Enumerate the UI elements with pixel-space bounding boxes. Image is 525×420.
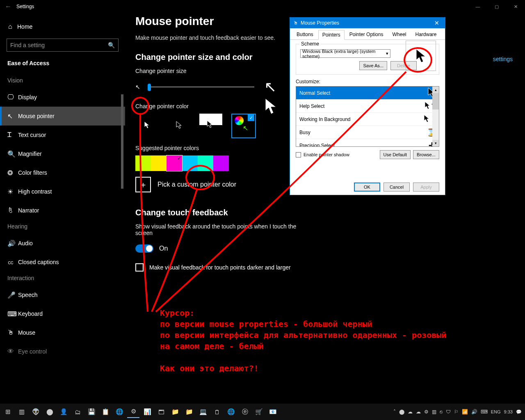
scrollbar-thumb[interactable] xyxy=(432,93,439,110)
enable-shadow-checkbox[interactable]: Enable pointer shadow xyxy=(296,152,349,158)
taskbar-icon[interactable]: 💻 xyxy=(197,406,209,418)
color-white-tile[interactable] xyxy=(135,114,158,137)
color-black-tile[interactable] xyxy=(167,114,190,137)
tray-icon[interactable]: ⚐ xyxy=(454,409,459,415)
pick-custom-button[interactable]: ＋ xyxy=(135,177,151,192)
sidebar-item-closed-captions[interactable]: ㏄Closed captions xyxy=(0,253,125,272)
save-as-button[interactable]: Save As... xyxy=(359,61,387,70)
sidebar-item-magnifier[interactable]: 🔍Magnifier xyxy=(0,144,125,163)
taskbar-icon[interactable]: 📁 xyxy=(183,406,195,418)
tray-language[interactable]: ENG xyxy=(491,409,501,414)
listbox-scrollbar[interactable]: ▴ ▾ xyxy=(432,87,439,146)
tray-icon[interactable]: 📶 xyxy=(462,409,468,415)
dialog-tab[interactable]: Pointers xyxy=(318,30,345,40)
dialog-titlebar[interactable]: 🖱 Mouse Properties ✕ xyxy=(290,18,445,28)
notifications-icon[interactable]: 💬 xyxy=(516,409,522,415)
suggested-color-swatch[interactable] xyxy=(167,155,182,171)
cursor-list-item[interactable]: Help Select? xyxy=(296,100,439,113)
scroll-up-icon[interactable]: ▴ xyxy=(432,87,439,93)
cursor-listbox[interactable]: Normal SelectHelp Select?Working In Back… xyxy=(296,86,439,147)
sidebar-item-speech[interactable]: 🎤Speech xyxy=(0,285,125,304)
tray-icon[interactable]: ⌨ xyxy=(481,409,488,415)
cursor-list-item[interactable]: Busy⌛ xyxy=(296,126,439,139)
cursor-list-item[interactable]: Precision Select✛ xyxy=(296,139,439,147)
sidebar-item-keyboard[interactable]: ⌨Keyboard xyxy=(0,304,125,323)
toggle-switch[interactable] xyxy=(135,244,153,253)
dialog-tab[interactable]: Buttons xyxy=(292,30,317,39)
tray-icon[interactable]: 🔊 xyxy=(471,409,477,415)
ok-button[interactable]: OK xyxy=(354,183,380,192)
tray-icon[interactable]: ☁ xyxy=(408,409,413,415)
tray-clock[interactable]: 9:33 xyxy=(504,409,513,414)
tray-icon[interactable]: ⬤ xyxy=(399,409,404,415)
window-max-button[interactable]: ▢ xyxy=(487,0,506,13)
taskbar[interactable]: ⊞ ▥ 👽 ⬤ 👤 🗂 💾 📋 🌐 ⚙ 📊 🗔 📁 📁 💻 🗒 🌐 ⓔ 🛒 📧 … xyxy=(0,404,525,420)
window-close-button[interactable]: ✕ xyxy=(506,0,525,13)
checkbox[interactable] xyxy=(296,152,301,158)
tray-icon[interactable]: 🛡 xyxy=(446,409,451,415)
back-icon[interactable]: ← xyxy=(5,3,16,10)
taskbar-icon[interactable]: 👤 xyxy=(57,406,70,418)
taskbar-settings-icon[interactable]: ⚙ xyxy=(127,406,139,418)
sidebar-item-eye-control[interactable]: 👁Eye control xyxy=(0,342,125,361)
taskbar-icon[interactable]: 🗒 xyxy=(211,406,223,418)
dialog-tab[interactable]: Pointer Options xyxy=(345,30,388,39)
taskbar-icon[interactable]: 🛒 xyxy=(253,406,265,418)
color-custom-tile[interactable]: ↖ ✓ xyxy=(231,114,256,138)
related-settings-link[interactable]: settings xyxy=(493,56,513,62)
tray-icon[interactable]: ˄ xyxy=(393,409,396,415)
taskbar-icon[interactable]: 💾 xyxy=(85,406,98,418)
sidebar-item-mouse[interactable]: 🖱Mouse xyxy=(0,323,125,342)
use-default-button[interactable]: Use Default xyxy=(380,150,411,159)
suggested-color-swatch[interactable] xyxy=(213,155,229,171)
taskbar-icon[interactable]: 🌐 xyxy=(225,406,237,418)
browse-button[interactable]: Browse... xyxy=(413,150,439,159)
tray-icon[interactable]: ⚙ xyxy=(424,409,429,415)
home-link[interactable]: ⌂ Home xyxy=(0,20,125,37)
taskbar-icon[interactable]: 🗂 xyxy=(71,406,84,418)
sidebar-item-mouse-pointer[interactable]: ↖Mouse pointer xyxy=(0,107,125,126)
taskbar-icon[interactable]: ▥ xyxy=(16,406,28,418)
taskbar-icon[interactable]: 👽 xyxy=(30,406,42,418)
sidebar-item-narrator[interactable]: 🖁Narrator xyxy=(0,201,125,220)
checkbox[interactable] xyxy=(135,263,144,272)
darker-larger-checkbox-row[interactable]: Make visual feedback for touch points da… xyxy=(135,263,517,272)
sidebar-item-label: Narrator xyxy=(18,207,39,214)
search-input[interactable]: Find a setting 🔍 xyxy=(7,39,119,52)
suggested-color-swatch[interactable] xyxy=(198,155,213,171)
dialog-tab[interactable]: Hardware xyxy=(411,30,441,39)
sidebar-item-audio[interactable]: 🔊Audio xyxy=(0,234,125,253)
sidebar-item-text-cursor[interactable]: ᏆText cursor xyxy=(0,126,125,144)
taskbar-icon[interactable]: 📁 xyxy=(169,406,181,418)
suggested-color-swatch[interactable] xyxy=(135,155,151,171)
tray-icon[interactable]: ⎋ xyxy=(440,409,443,415)
sidebar-scrollbar[interactable] xyxy=(121,94,123,189)
taskbar-icon[interactable]: ⬤ xyxy=(43,406,56,418)
scheme-combobox[interactable]: Windows Black (extra large) (system sche… xyxy=(300,49,390,58)
suggested-color-swatch[interactable] xyxy=(182,155,198,171)
sidebar-item-display[interactable]: 🖵Display xyxy=(0,88,125,107)
tray-icon[interactable]: ☁ xyxy=(416,409,421,415)
color-inverted-tile[interactable] xyxy=(199,114,222,137)
sidebar-item-high-contrast[interactable]: ☀High contrast xyxy=(0,182,125,201)
taskbar-icon[interactable]: 📋 xyxy=(99,406,112,418)
pointer-size-slider[interactable] xyxy=(148,87,254,87)
taskbar-icon[interactable]: 📊 xyxy=(141,406,153,418)
cursor-list-item[interactable]: Normal Select xyxy=(296,87,439,100)
dialog-tab[interactable]: Wheel xyxy=(388,30,410,39)
tray-icon[interactable]: ▥ xyxy=(432,409,436,415)
cursor-list-item[interactable]: Working In Background⌛ xyxy=(296,113,439,126)
start-button[interactable]: ⊞ xyxy=(2,406,14,418)
sidebar-item-color-filters[interactable]: ❂Color filters xyxy=(0,163,125,182)
suggested-color-swatch[interactable] xyxy=(151,155,167,171)
cancel-button[interactable]: Cancel xyxy=(383,183,410,192)
taskbar-icon[interactable]: ⓔ xyxy=(239,406,251,418)
taskbar-icon[interactable]: 📧 xyxy=(267,406,279,418)
scroll-down-icon[interactable]: ▾ xyxy=(432,140,439,146)
touch-feedback-toggle[interactable]: On xyxy=(135,244,168,253)
taskbar-icon[interactable]: 🌐 xyxy=(113,406,126,418)
window-min-button[interactable]: — xyxy=(468,0,487,13)
dialog-close-button[interactable]: ✕ xyxy=(429,18,445,28)
taskbar-icon[interactable]: 🗔 xyxy=(155,406,167,418)
slider-thumb[interactable] xyxy=(148,84,151,91)
